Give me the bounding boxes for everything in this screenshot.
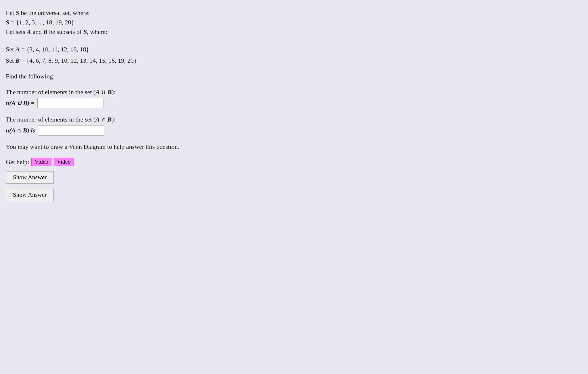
show-answer-button-2[interactable]: Show Answer xyxy=(6,189,54,201)
union-block: The number of elements in the set (A ∪ B… xyxy=(6,87,230,108)
union-input-row: n(A ∪ B) = xyxy=(6,98,230,108)
help-row: Get help: Video Video xyxy=(6,158,230,166)
universal-set-line1: Let S be the universal set, where: xyxy=(6,8,230,18)
intersection-label: n(A ∩ B) is xyxy=(6,127,35,134)
show-answer-button-1[interactable]: Show Answer xyxy=(6,171,54,184)
universal-set-block: Let S be the universal set, where: S = {… xyxy=(6,8,230,36)
find-block: Find the following: xyxy=(6,72,230,81)
set-b-block: Set B = {4, 6, 7, 8, 9, 10, 12, 13, 14, … xyxy=(6,56,230,65)
video1-link[interactable]: Video xyxy=(31,158,51,166)
set-a-block: Set A = {3, 4, 10, 11, 12, 16, 18} xyxy=(6,45,230,54)
intersection-description: The number of elements in the set (A ∩ B… xyxy=(6,115,230,124)
help-label: Get help: xyxy=(6,158,29,166)
main-content: Let S be the universal set, where: S = {… xyxy=(6,8,230,201)
union-description: The number of elements in the set (A ∪ B… xyxy=(6,87,230,97)
union-label: n(A ∪ B) = xyxy=(6,99,34,107)
hint-block: You may want to draw a Venn Diagram to h… xyxy=(6,142,230,151)
video2-link[interactable]: Video xyxy=(54,158,74,166)
find-label: Find the following: xyxy=(6,72,230,81)
universal-set-line2: S = {1, 2, 3, ..., 18, 19, 20} xyxy=(6,18,230,27)
set-b-label: Set B = {4, 6, 7, 8, 9, 10, 12, 13, 14, … xyxy=(6,56,230,65)
set-a-label: Set A = {3, 4, 10, 11, 12, 16, 18} xyxy=(6,45,230,54)
union-input[interactable] xyxy=(37,98,103,108)
intersection-input[interactable] xyxy=(38,125,104,136)
subsets-line: Let sets A and B be subsets of S, where: xyxy=(6,27,230,36)
hint-text: You may want to draw a Venn Diagram to h… xyxy=(6,142,230,151)
intersection-input-row: n(A ∩ B) is xyxy=(6,125,230,136)
intersection-block: The number of elements in the set (A ∩ B… xyxy=(6,115,230,136)
